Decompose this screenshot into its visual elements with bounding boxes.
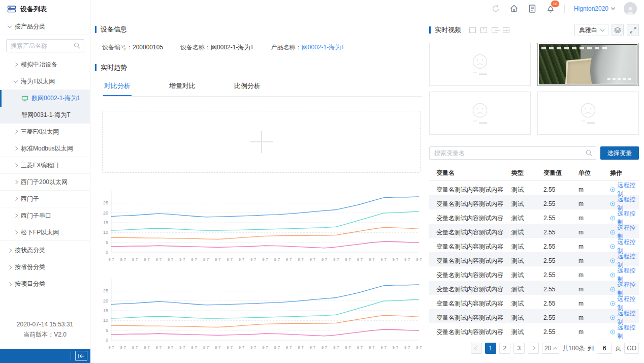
video-slot-1-empty[interactable] bbox=[429, 43, 531, 86]
svg-text:9-7: 9-7 bbox=[144, 257, 150, 262]
variable-unit-cell: m bbox=[578, 257, 610, 264]
search-icon bbox=[74, 42, 80, 49]
sidebar-item-category-1[interactable]: 海为T以太网 bbox=[0, 73, 90, 90]
video-slot-3-empty[interactable] bbox=[429, 92, 531, 135]
sidebar-item-category-5[interactable]: 西门子200以太网 bbox=[0, 174, 90, 191]
tab-ratio-analysis[interactable]: 比例分析 bbox=[233, 78, 262, 96]
svg-text:9-7: 9-7 bbox=[120, 345, 126, 350]
sidebar-item-device-1[interactable]: 智网0031-1-海为T bbox=[0, 107, 90, 124]
tab-increment-compare[interactable]: 增量对比 bbox=[168, 78, 197, 96]
refresh-icon[interactable] bbox=[491, 4, 500, 13]
layers-button[interactable] bbox=[611, 24, 624, 36]
sidebar-item-category-7[interactable]: 西门子串口 bbox=[0, 207, 90, 224]
device-info-section: 设备信息 bbox=[95, 25, 426, 34]
sidebar-item-device-selected[interactable]: 数网0002-1-海为1 bbox=[0, 90, 90, 107]
svg-text:9-7: 9-7 bbox=[262, 345, 268, 350]
remote-control-icon bbox=[610, 187, 616, 193]
svg-text:9-7: 9-7 bbox=[179, 345, 185, 350]
svg-text:9-7: 9-7 bbox=[404, 257, 410, 262]
layers-icon bbox=[614, 27, 621, 34]
variable-value-cell: 2.55 bbox=[543, 186, 578, 193]
svg-text:0: 0 bbox=[106, 338, 108, 343]
svg-text:9-7: 9-7 bbox=[309, 257, 315, 262]
variable-name-cell: 变量名测试内容测试内容 bbox=[436, 285, 511, 294]
section-accent-bar bbox=[429, 26, 431, 34]
svg-text:9-7: 9-7 bbox=[155, 257, 162, 262]
page-size-select[interactable]: 20 bbox=[542, 343, 559, 354]
expand-icon bbox=[630, 27, 636, 34]
tab-compare-analysis[interactable]: 对比分析 bbox=[103, 78, 132, 96]
layout-two-pane-icon[interactable] bbox=[480, 27, 487, 33]
page-button-1[interactable]: 1 bbox=[485, 343, 496, 354]
video-section-header: 实时视频 典雅白 bbox=[429, 24, 639, 36]
avatar[interactable] bbox=[624, 2, 637, 15]
bottom-bar-divider bbox=[71, 351, 71, 360]
table-row: 变量名测试内容测试内容 测试 2.55 m 远程控制 bbox=[429, 266, 639, 281]
video-slot-2-live[interactable] bbox=[537, 43, 639, 86]
video-title: 实时视频 bbox=[435, 25, 461, 35]
variable-name-cell: 变量名测试内容测试内容 bbox=[436, 328, 511, 337]
sidebar-header: 设备列表 bbox=[0, 0, 90, 18]
goto-page-input[interactable] bbox=[597, 343, 612, 354]
svg-text:9-7: 9-7 bbox=[144, 345, 150, 350]
sidebar-group-product[interactable]: 按产品分类 bbox=[0, 18, 90, 35]
product-name-link[interactable]: 网0002-1-海为T bbox=[302, 44, 345, 51]
svg-text:9-7: 9-7 bbox=[393, 257, 399, 262]
theme-select[interactable]: 典雅白 bbox=[574, 24, 608, 36]
svg-text:10: 10 bbox=[103, 230, 108, 235]
sidebar-item-category-6[interactable]: 西门子 bbox=[0, 191, 90, 207]
sidebar-item-category-0[interactable]: 模拟中冶设备 bbox=[0, 56, 90, 73]
prev-page-button[interactable] bbox=[471, 343, 482, 354]
collapse-sidebar-button[interactable] bbox=[75, 351, 87, 361]
sidebar-group-project[interactable]: 按项目分类 bbox=[0, 276, 90, 292]
select-variable-button[interactable]: 选择变量 bbox=[600, 146, 639, 160]
variable-search-input[interactable] bbox=[429, 146, 596, 160]
layout-single-icon[interactable] bbox=[469, 27, 476, 33]
trend-chart-2: 05101520259-79-79-79-79-79-79-79-79-79-7… bbox=[96, 276, 425, 353]
chevron-right-icon bbox=[14, 197, 18, 201]
variable-type-cell: 测试 bbox=[511, 299, 543, 308]
svg-text:9-7: 9-7 bbox=[393, 345, 399, 350]
svg-text:9-7: 9-7 bbox=[380, 345, 387, 350]
variables-table-body: 变量名测试内容测试内容 测试 2.55 m 远程控制 变量名测试内容测试内容 测… bbox=[429, 181, 639, 338]
document-icon[interactable] bbox=[528, 4, 537, 13]
page-button-2[interactable]: 2 bbox=[499, 343, 510, 354]
user-menu[interactable]: Hignton2020 bbox=[574, 5, 615, 12]
variable-unit-cell: m bbox=[578, 314, 610, 321]
video-slot-4-empty[interactable] bbox=[537, 92, 639, 135]
notifications[interactable]: 10 bbox=[546, 4, 555, 13]
svg-text:9-7: 9-7 bbox=[132, 257, 138, 262]
page-button-3[interactable]: 3 bbox=[513, 343, 525, 354]
go-button[interactable]: GO bbox=[624, 343, 639, 354]
section-accent-bar bbox=[95, 26, 96, 33]
home-icon[interactable] bbox=[509, 4, 519, 13]
variable-value-cell: 2.55 bbox=[543, 286, 578, 293]
sidebar-group-status[interactable]: 按状态分类 bbox=[0, 242, 90, 259]
sidebar-group-province[interactable]: 按省份分类 bbox=[0, 259, 90, 276]
layout-three-pane-icon[interactable] bbox=[492, 27, 498, 33]
product-search-input[interactable] bbox=[6, 39, 84, 52]
variable-search bbox=[429, 146, 596, 160]
svg-text:9-7: 9-7 bbox=[132, 345, 138, 350]
fullscreen-button[interactable] bbox=[627, 24, 639, 36]
sidebar-item-category-4[interactable]: 三菱FX编程口 bbox=[0, 157, 90, 174]
add-variable-dropzone[interactable] bbox=[102, 111, 421, 173]
camera-timestamp-overlay bbox=[541, 47, 609, 49]
device-name-field: 设备名称：网0002-1-海为T bbox=[180, 43, 254, 52]
variable-type-cell: 测试 bbox=[511, 328, 543, 337]
remote-control-link[interactable]: 远程控制 bbox=[610, 323, 639, 341]
variables-table-header: 变量名 类型 变量值 单位 操作 bbox=[429, 166, 639, 181]
svg-text:9-7: 9-7 bbox=[227, 257, 233, 262]
video-header-actions: 典雅白 bbox=[574, 24, 639, 36]
variable-name-cell: 变量名测试内容测试内容 bbox=[436, 257, 511, 265]
next-page-button[interactable] bbox=[528, 343, 539, 354]
sidebar-item-category-2[interactable]: 三菱FX以太网 bbox=[0, 124, 90, 140]
variable-unit-cell: m bbox=[578, 328, 610, 336]
sidebar-item-category-3[interactable]: 标准Modbus以太网 bbox=[0, 140, 90, 157]
svg-text:5: 5 bbox=[106, 328, 108, 333]
layout-grid-icon[interactable] bbox=[503, 27, 509, 33]
device-info-fields: 设备编号：200000105 设备名称：网0002-1-海为T 产品名称：网00… bbox=[102, 43, 426, 52]
sidebar-item-category-8[interactable]: 松下FP以太网 bbox=[0, 224, 90, 241]
chevron-right-icon bbox=[14, 230, 18, 234]
variable-name-cell: 变量名测试内容测试内容 bbox=[436, 186, 511, 194]
